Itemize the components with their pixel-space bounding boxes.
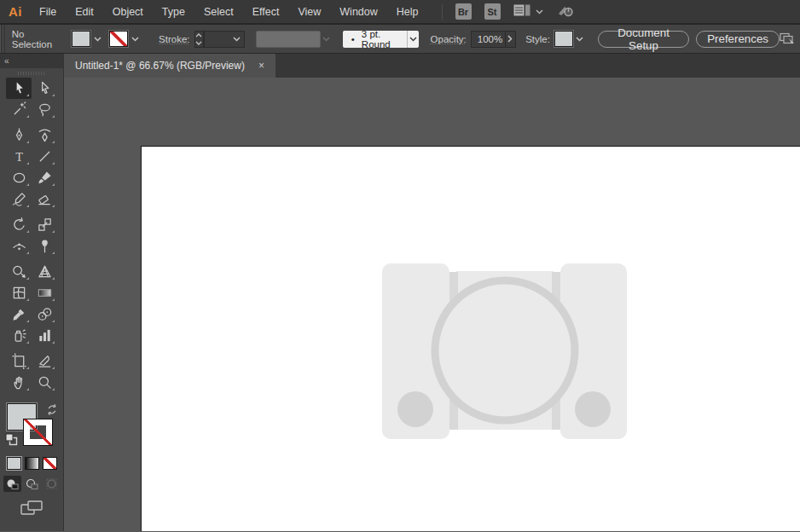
tool-shape-builder[interactable] — [6, 261, 32, 282]
stroke-weight-dropdown[interactable] — [204, 31, 246, 48]
bridge-button[interactable]: Br — [455, 3, 472, 20]
stroke-none-swatch[interactable] — [109, 31, 128, 47]
artboard[interactable] — [141, 146, 800, 531]
stroke-weight-stepper[interactable] — [194, 31, 204, 48]
fill-color-picker[interactable] — [72, 31, 104, 47]
chevron-down-icon[interactable] — [128, 31, 142, 47]
brush-dot-icon: • — [351, 34, 355, 44]
collapse-chevrons-icon: « — [4, 56, 9, 66]
tool-puppet-warp[interactable] — [32, 235, 57, 257]
style-picker[interactable] — [554, 31, 587, 47]
stock-button[interactable]: St — [484, 3, 501, 20]
menu-file[interactable]: File — [30, 0, 66, 23]
color-button[interactable] — [7, 457, 21, 470]
tool-ellipse[interactable] — [6, 167, 32, 188]
menu-bar-right: Br St — [442, 3, 575, 20]
style-swatch[interactable] — [554, 31, 573, 47]
chevron-down-icon[interactable] — [573, 31, 587, 47]
menu-edit[interactable]: Edit — [66, 0, 103, 23]
paintbrush-icon — [37, 170, 53, 186]
gradient-icon — [37, 285, 53, 301]
document-tab[interactable]: Untitled-1* @ 66.67% (RGB/Preview) × — [64, 54, 275, 78]
brush-definition-dropdown[interactable]: • 3 pt. Round — [343, 31, 419, 48]
tool-gradient[interactable] — [32, 282, 57, 304]
tool-hand[interactable] — [6, 372, 32, 393]
tool-width[interactable] — [6, 235, 32, 257]
tool-magic-wand[interactable] — [6, 99, 32, 120]
tool-symbol-sprayer[interactable] — [6, 325, 32, 346]
tool-shaper[interactable] — [6, 188, 32, 210]
workspace: « T — [0, 54, 800, 531]
menu-select[interactable]: Select — [194, 0, 243, 23]
tool-lasso[interactable] — [32, 99, 57, 120]
menu-object[interactable]: Object — [103, 0, 153, 23]
tool-direct-selection[interactable] — [32, 78, 57, 99]
stroke-proxy-swatch[interactable] — [24, 419, 52, 445]
fill-swatch[interactable] — [72, 31, 90, 47]
stroke-color-picker[interactable] — [109, 31, 142, 47]
tool-pen[interactable] — [6, 124, 32, 146]
width-profile-dropdown[interactable] — [256, 31, 321, 48]
tool-eraser[interactable] — [32, 188, 57, 210]
menu-window[interactable]: Window — [330, 0, 386, 23]
opacity-submenu-arrow[interactable] — [506, 31, 516, 48]
perspective-grid-icon — [37, 263, 53, 280]
tool-mesh[interactable] — [6, 282, 32, 304]
chevron-down-icon[interactable] — [90, 31, 104, 47]
tool-selection[interactable] — [6, 78, 32, 99]
opacity-label[interactable]: Opacity: — [431, 34, 467, 44]
console-disc-ring[interactable] — [435, 280, 575, 420]
tools-panel-collapse[interactable]: « — [0, 54, 63, 68]
menu-effect[interactable]: Effect — [243, 0, 289, 23]
opacity-input[interactable]: 100% — [471, 31, 506, 48]
menu-help[interactable]: Help — [387, 0, 428, 23]
panel-grip[interactable] — [0, 25, 5, 53]
default-fill-stroke-icon[interactable] — [5, 433, 18, 449]
document-setup-button[interactable]: Document Setup — [598, 31, 689, 48]
draw-normal-button[interactable] — [3, 476, 21, 492]
eraser-icon — [37, 191, 53, 207]
tool-rotate[interactable] — [6, 214, 32, 235]
workspace-layout-icon — [513, 4, 530, 19]
none-button[interactable] — [43, 457, 57, 470]
direct-selection-icon — [37, 80, 53, 96]
canvas-pasteboard[interactable] — [64, 78, 800, 531]
divider — [442, 4, 443, 20]
close-icon[interactable]: × — [258, 61, 264, 71]
menu-type[interactable]: Type — [153, 0, 194, 23]
tool-zoom[interactable] — [32, 372, 57, 393]
tool-curvature[interactable] — [32, 124, 57, 146]
preferences-button[interactable]: Preferences — [696, 31, 780, 48]
menu-view[interactable]: View — [288, 0, 330, 23]
swap-fill-stroke-icon[interactable] — [46, 403, 58, 419]
draw-behind-button[interactable] — [23, 476, 41, 492]
brush-name: 3 pt. Round — [362, 29, 398, 49]
tool-eyedropper[interactable] — [6, 304, 32, 325]
tool-perspective-grid[interactable] — [32, 261, 57, 282]
gradient-button[interactable] — [25, 457, 39, 470]
style-label: Style: — [525, 34, 550, 44]
tool-blend[interactable] — [32, 304, 57, 325]
workspace-switcher[interactable] — [513, 4, 543, 19]
dock-control-panel-icon[interactable] — [780, 32, 796, 47]
tool-artboard[interactable] — [6, 350, 32, 372]
change-screen-mode-button[interactable] — [0, 500, 63, 516]
shaper-icon — [11, 191, 27, 207]
gpu-performance-icon[interactable] — [556, 3, 575, 20]
tool-paintbrush[interactable] — [32, 167, 57, 188]
chevron-down-icon[interactable] — [407, 31, 418, 48]
tool-slice[interactable] — [32, 350, 57, 372]
stroke-label[interactable]: Stroke: — [159, 34, 189, 44]
brush-preview[interactable]: • 3 pt. Round — [343, 31, 407, 48]
console-right-button[interactable] — [575, 391, 611, 427]
chevron-down-icon — [536, 9, 543, 14]
color-mode-buttons — [0, 457, 63, 470]
artwork-svg[interactable] — [142, 147, 800, 531]
fill-stroke-proxy — [5, 403, 58, 451]
tool-line-segment[interactable] — [32, 146, 57, 167]
tool-column-graph[interactable] — [32, 325, 57, 346]
tools-panel-grip[interactable] — [0, 68, 63, 78]
console-left-button[interactable] — [397, 391, 433, 427]
tool-scale[interactable] — [32, 214, 57, 235]
tool-type[interactable]: T — [6, 146, 32, 167]
